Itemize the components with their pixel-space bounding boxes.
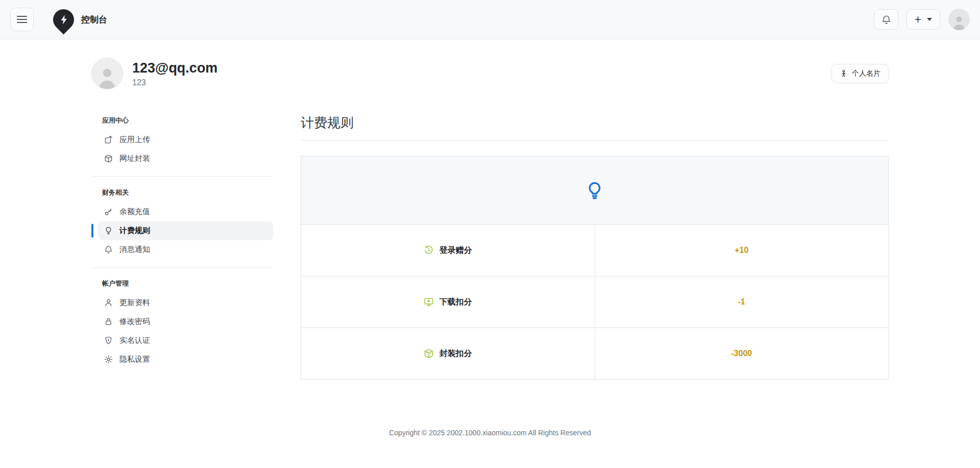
hamburger-menu-button[interactable] — [10, 8, 34, 31]
table-row: 下载扣分 -1 — [301, 276, 888, 327]
cube-icon — [104, 154, 113, 163]
rule-value: -1 — [595, 276, 889, 327]
profile-info: 123@qq.com 123 — [132, 60, 217, 87]
table-row: 封装扣分 -3000 — [301, 327, 888, 379]
add-dropdown-button[interactable]: + — [906, 9, 940, 30]
sidebar-item-update-profile[interactable]: 更新资料 — [98, 293, 273, 312]
sidebar-item-label: 应用上传 — [119, 135, 150, 145]
profile-email: 123@qq.com — [132, 60, 217, 76]
table-header — [301, 156, 888, 224]
chevron-down-icon — [927, 18, 932, 21]
main-content: 计费规则 — [301, 113, 889, 380]
personal-card-label: 个人名片 — [852, 69, 880, 78]
sidebar-item-notifications[interactable]: 消息通知 — [98, 240, 273, 259]
sidebar-divider — [91, 176, 273, 177]
sidebar-section-finance: 财务相关 — [98, 185, 273, 202]
clock-history-icon — [424, 245, 434, 255]
sidebar-item-balance-recharge[interactable]: 余额充值 — [98, 202, 273, 221]
rule-label: 下载扣分 — [439, 297, 472, 308]
plus-icon: + — [915, 14, 921, 26]
sidebar-section-account: 帐户管理 — [98, 276, 273, 293]
sidebar-item-billing-rules[interactable]: 计费规则 — [98, 221, 273, 240]
top-navbar: 控制台 + — [0, 0, 980, 39]
bell-icon — [881, 15, 891, 25]
lightning-bolt-icon — [59, 14, 69, 25]
rule-value: +10 — [595, 225, 889, 276]
gear-icon — [104, 355, 113, 364]
title-divider — [301, 140, 889, 141]
person-icon — [104, 298, 113, 307]
cube-icon — [424, 348, 434, 359]
profile-avatar[interactable] — [91, 58, 123, 89]
sidebar-item-label: 计费规则 — [119, 226, 150, 236]
lightbulb-icon — [585, 181, 604, 200]
profile-header: 123@qq.com 123 个人名片 — [91, 58, 889, 89]
lightbulb-icon — [104, 226, 113, 235]
sidebar-item-real-name-verification[interactable]: 实名认证 — [98, 331, 273, 350]
person-standing-icon — [840, 69, 848, 78]
bell-icon — [104, 245, 113, 254]
navbar-title: 控制台 — [81, 14, 107, 26]
person-silhouette-icon — [94, 63, 120, 89]
page-title: 计费规则 — [301, 113, 889, 140]
rule-label-cell: 登录赠分 — [301, 225, 595, 276]
sidebar-item-label: 余额充值 — [119, 207, 150, 217]
sidebar: 应用中心 应用上传 — [91, 113, 273, 369]
sidebar-section-app-center: 应用中心 — [98, 113, 273, 130]
person-silhouette-icon — [950, 13, 968, 30]
key-icon — [104, 207, 113, 216]
sidebar-item-change-password[interactable]: 修改密码 — [98, 312, 273, 331]
rule-label-cell: 封装扣分 — [301, 328, 595, 379]
rule-label: 登录赠分 — [439, 245, 472, 256]
sidebar-item-label: 实名认证 — [119, 336, 150, 345]
sidebar-item-privacy-settings[interactable]: 隐私设置 — [98, 350, 273, 369]
app-logo[interactable] — [49, 5, 79, 34]
navbar-avatar[interactable] — [948, 9, 970, 30]
sidebar-item-label: 更新资料 — [119, 298, 150, 308]
rule-label-cell: 下载扣分 — [301, 276, 595, 327]
sidebar-item-label: 消息通知 — [119, 245, 150, 254]
sidebar-divider — [91, 267, 273, 268]
sidebar-item-label: 网址封装 — [119, 154, 150, 163]
billing-rules-table: 登录赠分 +10 下载扣分 — [301, 156, 889, 380]
sidebar-item-app-upload[interactable]: 应用上传 — [98, 130, 273, 149]
sidebar-item-url-packaging[interactable]: 网址封装 — [98, 149, 273, 168]
sidebar-item-label: 修改密码 — [119, 317, 150, 326]
rule-value: -3000 — [595, 328, 889, 379]
monitor-download-icon — [424, 297, 434, 307]
copyright-footer: Copyright © 2025 2002.1000.xiaomiou.com … — [91, 429, 889, 437]
navbar-actions: + — [874, 9, 970, 30]
rule-label: 封装扣分 — [439, 348, 472, 359]
shield-exclamation-icon — [104, 336, 113, 345]
lock-icon — [104, 317, 113, 326]
profile-username: 123 — [132, 78, 217, 87]
upload-icon — [104, 135, 113, 144]
table-row: 登录赠分 +10 — [301, 224, 888, 276]
sidebar-item-label: 隐私设置 — [119, 355, 150, 364]
notifications-button[interactable] — [874, 9, 898, 30]
personal-card-button[interactable]: 个人名片 — [831, 64, 889, 83]
